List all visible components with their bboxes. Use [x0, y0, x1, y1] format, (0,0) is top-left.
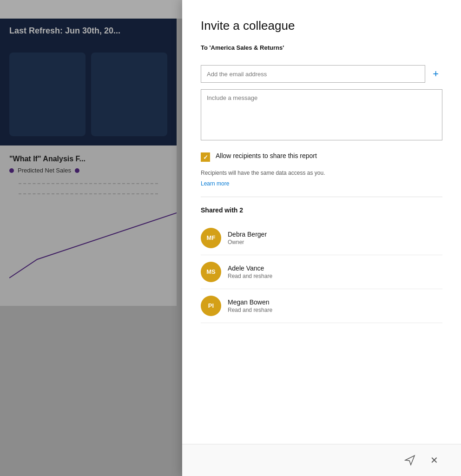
modal-to-label: To 'America Sales & Returns': [201, 44, 442, 51]
shared-section-title: Shared with 2: [201, 206, 442, 214]
send-button[interactable]: [402, 452, 418, 469]
learn-more-link[interactable]: Learn more: [201, 180, 229, 187]
divider-1: [201, 197, 442, 197]
shared-section: Shared with 2 MF Debra Berger Owner MS: [201, 206, 442, 323]
person-info-megan: Megan Bowen Read and reshare: [228, 298, 272, 313]
avatar-megan: PI: [201, 296, 221, 316]
allow-share-row: Allow recipients to share this report: [201, 152, 442, 162]
bottom-spacer: [201, 323, 442, 342]
person-role-debra: Owner: [228, 239, 267, 245]
invite-modal-panel: Invite a colleague To 'America Sales & R…: [182, 0, 461, 476]
person-name-adele: Adele Vance: [228, 264, 272, 272]
info-text: Recipients will have the same data acces…: [201, 169, 442, 177]
person-info-debra: Debra Berger Owner: [228, 231, 267, 245]
add-email-button[interactable]: +: [429, 67, 442, 81]
shared-users-list: MF Debra Berger Owner MS Adele Vance Rea…: [201, 221, 442, 323]
person-name-megan: Megan Bowen: [228, 298, 272, 306]
shared-user-item-1: MS Adele Vance Read and reshare: [201, 255, 442, 289]
modal-overlay: Invite a colleague To 'America Sales & R…: [0, 0, 461, 476]
email-input[interactable]: [201, 65, 425, 83]
shared-user-item-0: MF Debra Berger Owner: [201, 221, 442, 255]
email-input-row: +: [201, 65, 442, 83]
modal-header: Invite a colleague To 'America Sales & R…: [182, 0, 461, 65]
shared-user-item-2: PI Megan Bowen Read and reshare: [201, 289, 442, 323]
message-textarea[interactable]: [201, 89, 442, 140]
avatar-adele: MS: [201, 262, 221, 282]
modal-footer: ✕: [182, 444, 461, 476]
person-name-debra: Debra Berger: [228, 231, 267, 238]
person-role-megan: Read and reshare: [228, 307, 272, 313]
allow-share-checkbox[interactable]: [201, 152, 210, 162]
allow-share-label: Allow recipients to share this report: [216, 152, 317, 161]
modal-body: + Allow recipients to share this report …: [182, 65, 461, 444]
person-info-adele: Adele Vance Read and reshare: [228, 264, 272, 279]
person-role-adele: Read and reshare: [228, 273, 272, 279]
send-icon: [404, 455, 415, 466]
modal-close-button[interactable]: ✕: [426, 452, 442, 469]
modal-title: Invite a colleague: [201, 19, 442, 33]
avatar-debra: MF: [201, 228, 221, 248]
